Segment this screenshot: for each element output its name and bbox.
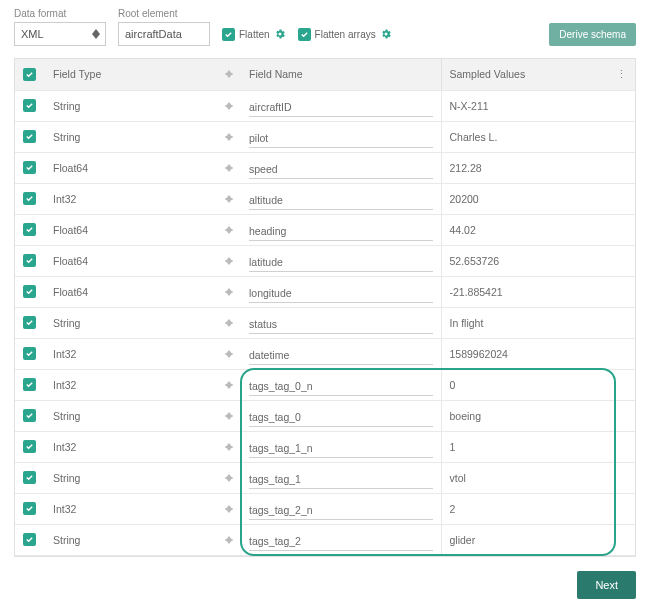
row-checkbox[interactable] <box>23 471 36 484</box>
updown-icon[interactable] <box>225 320 233 326</box>
field-name-header[interactable]: Field Name <box>241 59 441 90</box>
data-format-group: Data format XML <box>14 8 106 46</box>
updown-icon[interactable] <box>225 351 233 357</box>
sampled-value: glider <box>450 534 476 546</box>
field-name-input[interactable] <box>249 471 433 489</box>
sampled-value: N-X-211 <box>450 100 489 112</box>
table-row: Int32 2 <box>15 493 635 524</box>
updown-icon[interactable] <box>225 165 233 171</box>
updown-icon[interactable] <box>225 227 233 233</box>
updown-icon[interactable] <box>225 196 233 202</box>
row-checkbox[interactable] <box>23 223 36 236</box>
field-name-input[interactable] <box>249 440 433 458</box>
data-format-value: XML <box>21 28 44 40</box>
updown-icon[interactable] <box>225 258 233 264</box>
field-type-header-label: Field Type <box>53 68 101 80</box>
svg-marker-15 <box>225 260 233 265</box>
field-name-input[interactable] <box>249 409 433 427</box>
sampled-value: Charles L. <box>450 131 498 143</box>
row-checkbox[interactable] <box>23 440 36 453</box>
row-checkbox[interactable] <box>23 192 36 205</box>
row-checkbox[interactable] <box>23 502 36 515</box>
svg-marker-31 <box>225 508 233 513</box>
updown-icon[interactable] <box>225 506 233 512</box>
updown-icon[interactable] <box>225 444 233 450</box>
updown-icon[interactable] <box>225 382 233 388</box>
flatten-gear-icon[interactable] <box>274 28 286 40</box>
field-type-value: Int32 <box>53 441 76 453</box>
updown-icon[interactable] <box>225 289 233 295</box>
flatten-arrays-checkbox-row: Flatten arrays <box>298 22 392 46</box>
field-type-header[interactable]: Field Type <box>45 59 241 90</box>
field-name-input[interactable] <box>249 347 433 365</box>
svg-marker-25 <box>225 415 233 420</box>
row-checkbox[interactable] <box>23 161 36 174</box>
svg-marker-13 <box>225 229 233 234</box>
field-name-input[interactable] <box>249 161 433 179</box>
svg-marker-33 <box>225 539 233 544</box>
svg-marker-9 <box>225 167 233 172</box>
sampled-value: 2 <box>450 503 456 515</box>
row-checkbox[interactable] <box>23 285 36 298</box>
updown-icon[interactable] <box>225 134 233 140</box>
updown-icon[interactable] <box>225 413 233 419</box>
field-type-value: Int32 <box>53 348 76 360</box>
field-name-input[interactable] <box>249 533 433 551</box>
svg-marker-27 <box>225 446 233 451</box>
schema-table-wrap: Field Type Field Name Sampled Values ⋮ <box>14 58 636 557</box>
updown-icon[interactable] <box>225 475 233 481</box>
svg-marker-5 <box>225 105 233 110</box>
sampled-value: 0 <box>450 379 456 391</box>
table-row: Int32 20200 <box>15 183 635 214</box>
row-checkbox[interactable] <box>23 130 36 143</box>
sampled-value: In flight <box>450 317 484 329</box>
field-type-value: String <box>53 100 80 112</box>
row-checkbox[interactable] <box>23 409 36 422</box>
flatten-arrays-checkbox[interactable] <box>298 28 311 41</box>
sampled-values-header-label: Sampled Values <box>450 68 526 80</box>
field-type-value: String <box>53 472 80 484</box>
table-row: String In flight <box>15 307 635 338</box>
row-checkbox[interactable] <box>23 99 36 112</box>
sampled-value: -21.885421 <box>450 286 503 298</box>
flatten-checkbox[interactable] <box>222 28 235 41</box>
field-name-input[interactable] <box>249 99 433 117</box>
field-name-input[interactable] <box>249 223 433 241</box>
field-name-input[interactable] <box>249 254 433 272</box>
table-row: String glider <box>15 524 635 555</box>
svg-marker-7 <box>225 136 233 141</box>
row-checkbox[interactable] <box>23 378 36 391</box>
more-icon[interactable]: ⋮ <box>616 68 627 80</box>
svg-marker-21 <box>225 353 233 358</box>
derive-schema-button[interactable]: Derive schema <box>549 23 636 46</box>
field-name-input[interactable] <box>249 285 433 303</box>
field-type-value: Float64 <box>53 255 88 267</box>
field-name-input[interactable] <box>249 130 433 148</box>
updown-icon[interactable] <box>225 537 233 543</box>
row-checkbox[interactable] <box>23 254 36 267</box>
field-name-input[interactable] <box>249 378 433 396</box>
table-row: Float64 -21.885421 <box>15 276 635 307</box>
top-controls: Data format XML Root element aircraftDat… <box>14 8 636 46</box>
updown-icon[interactable] <box>225 103 233 109</box>
select-all-checkbox[interactable] <box>23 68 36 81</box>
row-checkbox[interactable] <box>23 347 36 360</box>
field-type-value: Int32 <box>53 379 76 391</box>
svg-marker-1 <box>92 34 100 39</box>
field-name-input[interactable] <box>249 192 433 210</box>
sampled-value: 212.28 <box>450 162 482 174</box>
table-row: Float64 44.02 <box>15 214 635 245</box>
row-checkbox[interactable] <box>23 533 36 546</box>
row-checkbox[interactable] <box>23 316 36 329</box>
flatten-arrays-gear-icon[interactable] <box>380 28 392 40</box>
data-format-select[interactable]: XML <box>14 22 106 46</box>
field-type-value: String <box>53 131 80 143</box>
field-name-input[interactable] <box>249 316 433 334</box>
sampled-values-header: Sampled Values ⋮ <box>441 59 635 90</box>
root-element-input[interactable]: aircraftData <box>118 22 210 46</box>
root-element-value: aircraftData <box>125 28 182 40</box>
svg-marker-19 <box>225 322 233 327</box>
table-row: String vtol <box>15 462 635 493</box>
field-name-input[interactable] <box>249 502 433 520</box>
next-button[interactable]: Next <box>577 571 636 599</box>
